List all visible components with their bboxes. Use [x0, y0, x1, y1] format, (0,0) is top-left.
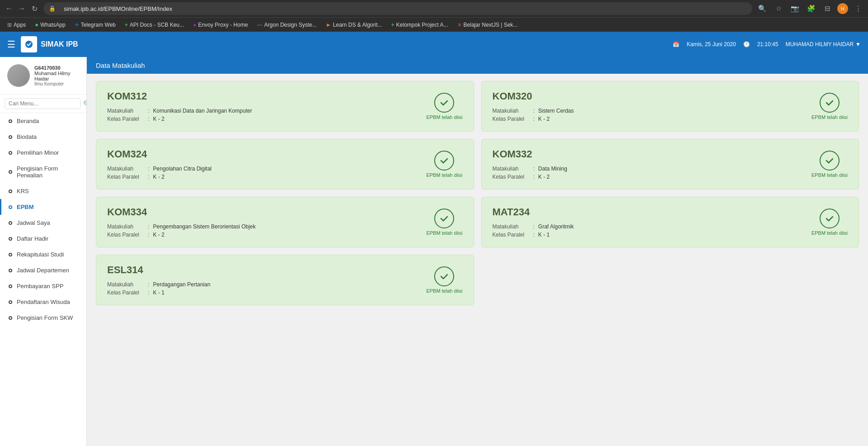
sidebar-label-krs: KRS	[17, 188, 29, 195]
card-info-KOM332: KOM332 Matakuliah : Data Mining Kelas Pa…	[493, 148, 811, 180]
course-card-ESL314[interactable]: ESL314 Matakuliah : Perdagangan Pertania…	[96, 255, 474, 305]
menu-dot-pemilihan-minor	[9, 151, 12, 155]
bookmark-envoy[interactable]: ● Envoy Proxy - Home	[190, 21, 251, 29]
card-matakuliah-row-MAT234: Matakuliah : Graf Algoritmik	[493, 223, 811, 230]
sidebar-search-button[interactable]: 🔍	[83, 100, 87, 107]
bookmark-group[interactable]: + Kelompok Project A...	[388, 21, 452, 29]
search-icon-btn[interactable]: 🔍	[756, 2, 768, 15]
course-card-KOM320[interactable]: KOM320 Matakuliah : Sistem Cerdas Kelas …	[481, 81, 859, 132]
page-header: Data Matakuliah	[87, 57, 868, 74]
card-status-label-KOM334: EPBM telah diisi	[426, 230, 462, 236]
card-detail-KOM332: Matakuliah : Data Mining Kelas Paralel :…	[493, 166, 811, 180]
nav-user[interactable]: MUHAMAD HILMY HAIDAR ▼	[786, 41, 861, 47]
card-detail-MAT234: Matakuliah : Graf Algoritmik Kelas Paral…	[493, 223, 811, 238]
bookmark-apps[interactable]: ⊞ Apps	[4, 21, 29, 29]
bookmark-api-docs[interactable]: + API Docs - SCB Keu...	[121, 21, 188, 29]
card-kelas-label-KOM312: Kelas Paralel	[107, 116, 148, 122]
screenshot-btn[interactable]: 📷	[788, 2, 801, 15]
argon-icon: —	[257, 22, 262, 28]
card-code-KOM324: KOM324	[107, 148, 426, 160]
sidebar-label-pemilihan-minor: Pemilihan Minor	[17, 149, 59, 156]
card-kelas-value-KOM332: K - 2	[538, 174, 550, 180]
menu-dot-krs	[9, 190, 12, 193]
sidebar-item-jadwal-saya[interactable]: Jadwal Saya	[0, 215, 86, 231]
check-circle-KOM324	[434, 151, 454, 171]
card-code-ESL314: ESL314	[107, 264, 426, 276]
card-status-KOM332: EPBM telah diisi	[811, 151, 848, 178]
bookmark-belajar[interactable]: ✕ Belajar NextJS | Sek...	[454, 21, 522, 29]
sidebar-item-beranda[interactable]: Beranda	[0, 113, 86, 129]
course-card-MAT234[interactable]: MAT234 Matakuliah : Graf Algoritmik Kela…	[481, 197, 859, 247]
sidebar-search-input[interactable]	[5, 98, 81, 109]
address-bar[interactable]	[58, 2, 747, 15]
menu-dot-epbm	[9, 205, 12, 209]
bookmark-whatsapp-label: WhatsApp	[40, 22, 65, 28]
card-kelas-value-KOM312: K - 2	[153, 116, 164, 122]
card-status-ESL314: EPBM telah diisi	[426, 266, 462, 294]
sidebar-item-epbm[interactable]: EPBM	[0, 199, 86, 215]
menu-btn[interactable]: ⋮	[852, 2, 864, 15]
bookmark-argon[interactable]: — Argon Design Syste...	[253, 21, 320, 29]
card-info-KOM324: KOM324 Matakuliah : Pengolahan Citra Dig…	[107, 148, 426, 180]
bookmark-belajar-label: Belajar NextJS | Sek...	[464, 22, 518, 28]
bookmarks-bar: ⊞ Apps ● WhatsApp ✈ Telegram Web + API D…	[0, 17, 868, 32]
card-code-KOM312: KOM312	[107, 90, 426, 102]
card-kelas-value-ESL314: K - 1	[153, 289, 164, 296]
sidebar-item-krs[interactable]: KRS	[0, 183, 86, 199]
card-code-MAT234: MAT234	[493, 206, 811, 218]
profile-id: G64170030	[34, 65, 79, 71]
check-circle-KOM320	[820, 93, 840, 113]
sidebar-profile: G64170030 Muhamad Hilmy Haidar Ilmu Komp…	[0, 57, 86, 95]
sidebar-label-epbm: EPBM	[17, 204, 34, 210]
bookmark-learn-label: Learn DS & Algorit...	[333, 22, 382, 28]
reload-button[interactable]: ↻	[29, 3, 40, 14]
card-status-KOM312: EPBM telah diisi	[426, 93, 462, 120]
avatar-image	[7, 64, 30, 87]
back-button[interactable]: ←	[4, 3, 14, 14]
sidebar-item-pembayaran-spp[interactable]: Pembayaran SPP	[0, 278, 86, 294]
brand: SIMAK IPB	[21, 36, 78, 52]
card-code-KOM332: KOM332	[493, 148, 811, 160]
card-matakuliah-row-KOM320: Matakuliah : Sistem Cerdas	[493, 108, 811, 114]
menu-dot-jadwal-saya	[9, 221, 12, 225]
hamburger-button[interactable]: ☰	[7, 39, 15, 50]
course-card-KOM334[interactable]: KOM334 Matakuliah : Pengembangan Sistem …	[96, 197, 474, 247]
history-btn[interactable]: ⊟	[821, 2, 834, 15]
sidebar-item-jadwal-departemen[interactable]: Jadwal Departemen	[0, 262, 86, 278]
sidebar-item-biodata[interactable]: Biodata	[0, 129, 86, 145]
profile-btn[interactable]: H	[837, 3, 848, 14]
bookmark-apps-label: Apps	[14, 22, 26, 28]
sidebar-item-daftar-hadir[interactable]: Daftar Hadir	[0, 231, 86, 247]
card-kelas-value-MAT234: K - 1	[538, 232, 550, 238]
menu-dot-beranda	[9, 119, 12, 123]
extensions-btn[interactable]: 🧩	[805, 2, 817, 15]
sidebar-item-pengisian-form-skw[interactable]: Pengisian Form SKW	[0, 310, 86, 326]
bookmark-whatsapp[interactable]: ● WhatsApp	[31, 20, 69, 29]
nav-time: 21:10:45	[757, 41, 778, 47]
browser-chrome: ← → ↻ 🔒 🔍 ☆ 📷 🧩 ⊟ H ⋮	[0, 0, 868, 17]
sidebar-item-pengisian-form-perwalian[interactable]: Pengisian Form Perwalian	[0, 161, 86, 183]
menu-dot-pengisian-form-perwalian	[9, 170, 12, 174]
course-card-KOM332[interactable]: KOM332 Matakuliah : Data Mining Kelas Pa…	[481, 139, 859, 190]
course-card-KOM324[interactable]: KOM324 Matakuliah : Pengolahan Citra Dig…	[96, 139, 474, 190]
card-matakuliah-label-KOM320: Matakuliah	[493, 108, 533, 114]
card-matakuliah-row-KOM334: Matakuliah : Pengembangan Sistem Berorie…	[107, 223, 426, 230]
belajar-icon: ✕	[457, 22, 462, 28]
bookmark-telegram[interactable]: ✈ Telegram Web	[71, 21, 119, 29]
content-area: G64170030 Muhamad Hilmy Haidar Ilmu Komp…	[0, 57, 868, 446]
card-matakuliah-value-KOM312: Komunikasi Data dan Jaringan Komputer	[153, 108, 252, 114]
bookmark-star-btn[interactable]: ☆	[772, 2, 785, 15]
sidebar-item-pendaftaran-wisuda[interactable]: Pendaftaran Wisuda	[0, 294, 86, 310]
bookmark-argon-label: Argon Design Syste...	[264, 22, 317, 28]
card-detail-KOM312: Matakuliah : Komunikasi Data dan Jaringa…	[107, 108, 426, 122]
card-kelas-row-ESL314: Kelas Paralel : K - 1	[107, 289, 426, 296]
sidebar-item-pemilihan-minor[interactable]: Pemilihan Minor	[0, 145, 86, 161]
browser-icons: 🔍 ☆ 📷 🧩 ⊟ H ⋮	[756, 2, 864, 15]
check-circle-ESL314	[434, 266, 454, 286]
sidebar-item-rekapitulasi-studi[interactable]: Rekapitulasi Studi	[0, 247, 86, 262]
forward-button[interactable]: →	[16, 3, 27, 14]
course-card-KOM312[interactable]: KOM312 Matakuliah : Komunikasi Data dan …	[96, 81, 474, 132]
card-code-KOM334: KOM334	[107, 206, 426, 218]
sidebar-label-pengisian-form-skw: Pengisian Form SKW	[17, 314, 73, 321]
bookmark-learn[interactable]: ► Learn DS & Algorit...	[322, 21, 386, 29]
